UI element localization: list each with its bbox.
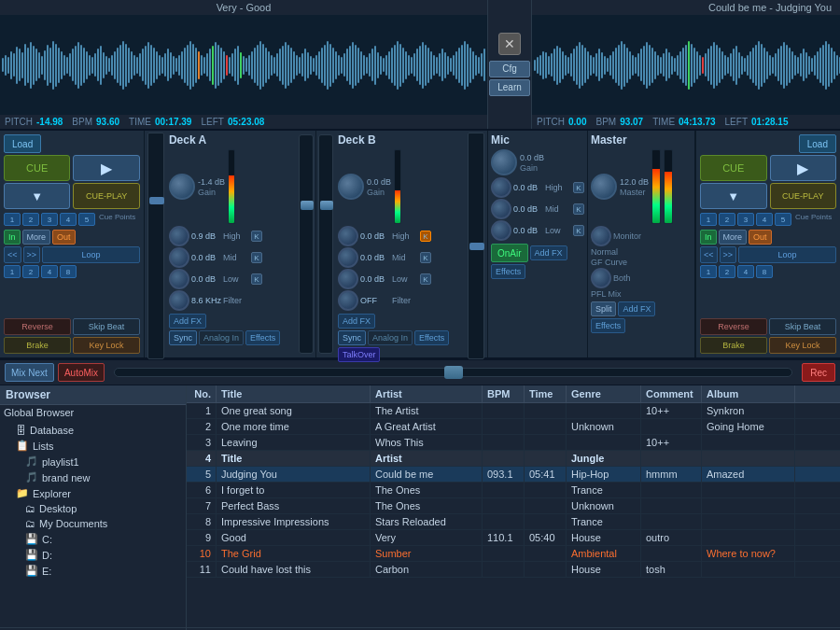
- next-button-left[interactable]: >>: [23, 246, 41, 263]
- load-button-right[interactable]: Load: [799, 134, 836, 153]
- out-button-right[interactable]: Out: [749, 230, 772, 245]
- deck-a-gain-knob[interactable]: [169, 174, 195, 200]
- in-button-right[interactable]: In: [700, 230, 717, 245]
- cue-button-left[interactable]: CUE: [4, 155, 70, 181]
- brake-button-right[interactable]: Brake: [700, 337, 767, 354]
- mic-effects[interactable]: Effects: [491, 264, 525, 279]
- deck-b-add-fx[interactable]: Add FX: [338, 314, 375, 329]
- reverse-button-right[interactable]: Reverse: [700, 318, 767, 335]
- deck-a-low-k[interactable]: K: [251, 273, 262, 285]
- table-row[interactable]: 2One more timeA Great ArtistUnknownGoing…: [187, 419, 840, 435]
- deck-a-high-knob[interactable]: [169, 226, 189, 246]
- mic-add-fx[interactable]: Add FX: [530, 245, 567, 260]
- prev-button-right[interactable]: <<: [700, 246, 718, 263]
- master-effects[interactable]: Effects: [591, 318, 625, 333]
- loop-2-right[interactable]: 2: [719, 265, 735, 278]
- deck-b-low-knob[interactable]: [338, 269, 358, 289]
- deck-b-talkover[interactable]: TalkOver: [338, 347, 381, 362]
- deck-a-mid-knob[interactable]: [169, 247, 189, 268]
- deck-b-low-k[interactable]: K: [420, 273, 431, 285]
- deck-b-analog[interactable]: Analog In: [368, 330, 413, 345]
- deck-a-add-fx[interactable]: Add FX: [169, 314, 206, 329]
- cue-button-right[interactable]: CUE: [700, 155, 766, 181]
- cue-point-r-1[interactable]: 1: [700, 213, 717, 226]
- table-row[interactable]: 4TitleArtistJungle: [187, 451, 840, 467]
- table-row[interactable]: 5Judging YouCould be me093.105:41Hip-Hop…: [187, 467, 840, 483]
- deck-a-fader[interactable]: [299, 134, 314, 354]
- cue-point-4[interactable]: 4: [60, 213, 77, 226]
- pitch-slider-right-b[interactable]: [468, 133, 484, 359]
- loop-button-right[interactable]: Loop: [738, 246, 836, 263]
- master-knob[interactable]: [591, 174, 617, 200]
- loop-4-left[interactable]: 4: [41, 265, 58, 278]
- table-row[interactable]: 10The GridSumberAmbientalWhere to now?: [187, 546, 840, 562]
- master-both-knob[interactable]: [591, 268, 611, 288]
- pitch-slider-left[interactable]: [147, 133, 164, 359]
- play-button-left[interactable]: ▶: [73, 155, 139, 181]
- deck-b-sync[interactable]: Sync: [338, 330, 366, 345]
- more-button-right[interactable]: More: [719, 230, 748, 245]
- onair-button[interactable]: OnAir: [491, 244, 528, 262]
- mic-high-knob[interactable]: [491, 177, 511, 198]
- play-button-right[interactable]: ▶: [770, 155, 836, 181]
- tree-mydocs[interactable]: 🗂 My Documents: [3, 516, 183, 531]
- cue-point-1[interactable]: 1: [4, 213, 21, 226]
- cue-point-5[interactable]: 5: [78, 213, 95, 226]
- tree-brand-new[interactable]: 🎵 brand new: [3, 469, 183, 485]
- rec-button[interactable]: Rec: [802, 363, 835, 382]
- table-row[interactable]: 6I forget toThe OnesTrance: [187, 483, 840, 498]
- more-button-left[interactable]: More: [22, 230, 51, 245]
- prev-button-left[interactable]: <<: [4, 246, 21, 263]
- master-add-fx[interactable]: Add FX: [618, 301, 655, 316]
- mix-next-button[interactable]: Mix Next: [5, 363, 54, 382]
- deck-a-analog[interactable]: Analog In: [199, 330, 244, 345]
- deck-b-high-k[interactable]: K: [420, 231, 431, 242]
- cfg-button[interactable]: Cfg: [489, 61, 530, 77]
- cue-play-button-left[interactable]: CUE-PLAY: [73, 183, 139, 209]
- loop-button-left[interactable]: Loop: [42, 246, 140, 263]
- brake-button-left[interactable]: Brake: [4, 337, 71, 354]
- deck-a-high-k[interactable]: K: [251, 231, 262, 242]
- mic-low-k[interactable]: K: [573, 225, 584, 236]
- deck-a-mid-k[interactable]: K: [251, 252, 262, 263]
- tree-explorer[interactable]: 📁 Explorer: [3, 485, 183, 501]
- table-row[interactable]: 8Impressive ImpressionsStars ReloadedTra…: [187, 514, 840, 530]
- tree-drive-c[interactable]: 💾 C:: [3, 531, 183, 547]
- cue-point-r-2[interactable]: 2: [719, 213, 735, 226]
- deck-a-filter-knob[interactable]: [169, 290, 189, 311]
- table-row[interactable]: 1One great songThe Artist10++Synkron: [187, 403, 840, 419]
- cue-point-3[interactable]: 3: [41, 213, 58, 226]
- mic-mid-k[interactable]: K: [573, 203, 584, 215]
- table-row[interactable]: 7Perfect BassThe OnesUnknown: [187, 498, 840, 514]
- loop-8-left[interactable]: 8: [60, 265, 77, 278]
- split-button[interactable]: Split: [591, 301, 617, 316]
- load-button-left[interactable]: Load: [4, 134, 41, 153]
- loop-4-right[interactable]: 4: [737, 265, 754, 278]
- master-monitor-knob[interactable]: [591, 226, 611, 246]
- table-row[interactable]: 3LeavingWhos This10++: [187, 435, 840, 451]
- reverse-button-left[interactable]: Reverse: [4, 318, 71, 335]
- crossfader-handle[interactable]: [444, 366, 463, 379]
- loop-2-left[interactable]: 2: [22, 265, 39, 278]
- tree-playlist1[interactable]: 🎵 playlist1: [3, 454, 183, 469]
- down-button-left[interactable]: ▼: [4, 183, 70, 209]
- learn-button[interactable]: Learn: [489, 79, 530, 96]
- table-row[interactable]: 9GoodVery110.105:40Houseoutro: [187, 530, 840, 546]
- out-button-left[interactable]: Out: [52, 230, 76, 245]
- cue-point-r-4[interactable]: 4: [756, 213, 773, 226]
- cue-point-r-5[interactable]: 5: [775, 213, 791, 226]
- mic-low-knob[interactable]: [491, 220, 511, 241]
- deck-a-low-knob[interactable]: [169, 269, 189, 289]
- deck-b-gain-knob[interactable]: [338, 174, 364, 200]
- deck-a-effects[interactable]: Effects: [245, 330, 280, 345]
- deck-b-high-knob[interactable]: [338, 226, 358, 246]
- tree-desktop[interactable]: 🗂 Desktop: [3, 501, 183, 516]
- keylock-button-right[interactable]: Key Lock: [769, 337, 836, 354]
- loop-1-right[interactable]: 1: [700, 265, 717, 278]
- skip-beat-button-left[interactable]: Skip Beat: [73, 318, 140, 335]
- loop-1-left[interactable]: 1: [4, 265, 21, 278]
- automix-button[interactable]: AutoMix: [58, 363, 105, 382]
- down-button-right[interactable]: ▼: [700, 183, 766, 209]
- next-button-right[interactable]: >>: [720, 246, 737, 263]
- cue-point-r-3[interactable]: 3: [737, 213, 754, 226]
